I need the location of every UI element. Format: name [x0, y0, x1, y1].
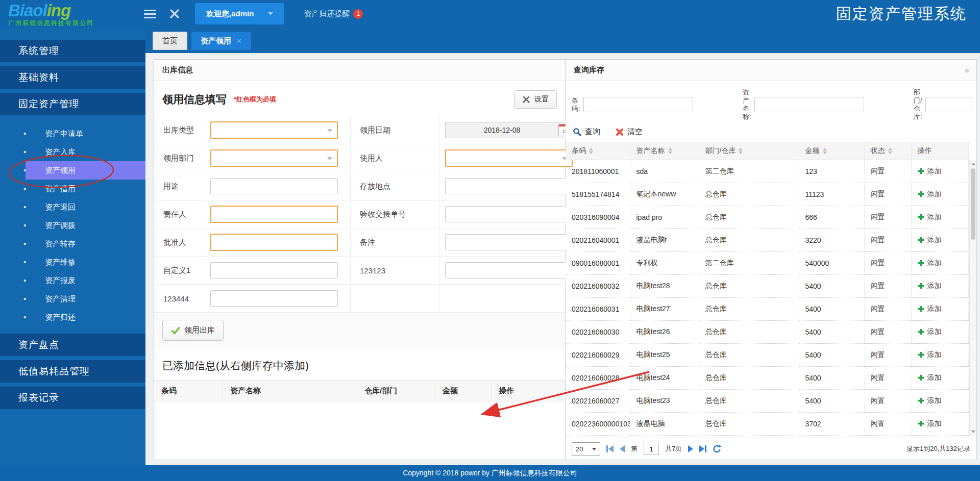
- page-number-input[interactable]: [644, 443, 659, 455]
- cell-amount: 5400: [799, 274, 864, 297]
- label-approver: 批准人: [154, 229, 205, 257]
- plus-icon: [918, 397, 924, 404]
- welcome-user-button[interactable]: 欢迎您,admin: [195, 3, 284, 24]
- table-scrollbar[interactable]: [969, 160, 976, 436]
- purpose-input[interactable]: [210, 178, 338, 194]
- requisition-dept-select[interactable]: [210, 149, 338, 167]
- scroll-down-icon[interactable]: [970, 428, 976, 436]
- cell-dept-warehouse: 总仓库: [699, 206, 799, 229]
- approver-input[interactable]: [210, 234, 338, 251]
- col-amount[interactable]: 金额: [799, 142, 864, 160]
- added-info-empty-area: [154, 401, 565, 460]
- sidebar-item-asset-scrap[interactable]: 资产报废: [0, 271, 145, 290]
- inventory-row: 020216060031 电脑test27 总仓库 5400 闲置 添加: [566, 297, 969, 320]
- cell-barcode: 020316090004: [566, 206, 630, 229]
- hamburger-icon[interactable]: [144, 8, 156, 20]
- add-row-button[interactable]: 添加: [911, 274, 969, 297]
- added-col-barcode: 条码: [154, 381, 223, 401]
- page-size-select[interactable]: 20: [572, 442, 600, 455]
- responsible-person-input[interactable]: [210, 206, 338, 223]
- add-row-button[interactable]: 添加: [911, 366, 969, 389]
- clear-button[interactable]: 清空: [616, 127, 643, 137]
- requisition-date-field[interactable]: 2018-12-08 15: [445, 122, 573, 138]
- label-storage-location: 存放地点: [351, 172, 440, 200]
- sidebar-item-asset-inbound[interactable]: 资产入库: [0, 143, 145, 161]
- settings-button[interactable]: 设置: [514, 90, 557, 109]
- add-row-button[interactable]: 添加: [911, 251, 969, 274]
- scroll-up-icon[interactable]: [970, 160, 976, 167]
- add-row-button[interactable]: 添加: [911, 206, 969, 229]
- sidebar-item-asset-request[interactable]: 资产申请单: [0, 124, 145, 143]
- next-page-button[interactable]: [688, 445, 693, 452]
- cell-asset-name: 笔记本neww: [630, 183, 699, 206]
- asset-return-reminder[interactable]: 资产归还提醒 1: [304, 9, 363, 19]
- sidebar-section-inventory-check[interactable]: 资产盘点: [0, 334, 145, 356]
- plus-icon: [918, 374, 924, 381]
- add-row-button[interactable]: 添加: [911, 297, 969, 320]
- acceptance-number-input[interactable]: [445, 206, 573, 222]
- cell-barcode: 020216060029: [566, 343, 630, 366]
- inventory-panel-title: 查询库存: [574, 65, 604, 75]
- close-icon[interactable]: [169, 9, 180, 19]
- add-row-button[interactable]: 添加: [911, 343, 969, 366]
- add-row-button[interactable]: 添加: [911, 183, 969, 206]
- col-barcode[interactable]: 条码: [566, 142, 630, 160]
- sidebar-section-basic-data[interactable]: 基础资料: [0, 66, 145, 89]
- cell-status: 闲置: [864, 389, 911, 412]
- plus-icon: [918, 168, 924, 174]
- sidebar-section-system[interactable]: 系统管理: [0, 40, 145, 62]
- col-status[interactable]: 状态: [864, 142, 911, 160]
- tab-close-icon[interactable]: ✕: [236, 37, 242, 45]
- sidebar-item-asset-requisition[interactable]: 资产领用: [0, 161, 145, 180]
- search-barcode-input[interactable]: [583, 97, 693, 112]
- add-row-button[interactable]: 添加: [911, 389, 969, 412]
- first-page-button[interactable]: [606, 445, 614, 452]
- query-button[interactable]: 查询: [573, 127, 600, 137]
- remark-input[interactable]: [445, 234, 573, 250]
- inventory-row: 020216060032 电脑test28 总仓库 5400 闲置 添加: [566, 274, 969, 297]
- tab-asset-requisition[interactable]: 资产领用✕: [191, 32, 251, 50]
- sidebar-section-reports[interactable]: 报表记录: [0, 387, 145, 409]
- add-row-button[interactable]: 添加: [911, 320, 969, 343]
- custom1-input[interactable]: [210, 262, 338, 279]
- add-row-button[interactable]: 添加: [911, 229, 969, 251]
- sidebar-item-asset-repair[interactable]: 资产维修: [0, 253, 145, 271]
- reminder-count-badge: 1: [353, 9, 363, 19]
- cell-barcode: 020216060030: [566, 320, 630, 343]
- outbound-type-select[interactable]: [210, 121, 338, 139]
- sidebar-section-consumables[interactable]: 低值易耗品管理: [0, 360, 145, 383]
- sort-icon: [823, 148, 827, 154]
- tab-home[interactable]: 首页: [153, 32, 187, 50]
- sidebar-item-asset-borrow[interactable]: 资产借用: [0, 180, 145, 198]
- add-row-button[interactable]: 添加: [911, 412, 969, 435]
- sidebar-item-asset-transfer[interactable]: 资产调拨: [0, 216, 145, 235]
- add-label: 添加: [927, 167, 942, 175]
- user-select[interactable]: [445, 149, 573, 167]
- label-search-barcode: 条码:: [572, 96, 580, 113]
- sidebar-item-asset-cleanup[interactable]: 资产清理: [0, 290, 145, 308]
- collapse-icon[interactable]: »: [965, 65, 969, 75]
- custom3-input[interactable]: [210, 290, 338, 307]
- refresh-icon[interactable]: [713, 444, 722, 453]
- col-dept-warehouse[interactable]: 部门/仓库: [699, 142, 799, 160]
- storage-location-input[interactable]: [445, 178, 573, 194]
- prev-page-button[interactable]: [620, 445, 625, 452]
- sidebar-section-fixed-assets[interactable]: 固定资产管理: [0, 93, 145, 115]
- last-page-button[interactable]: [699, 445, 706, 452]
- requisition-outbound-button[interactable]: 领用出库: [162, 320, 224, 341]
- col-asset-name[interactable]: 资产名称: [630, 142, 699, 160]
- cell-barcode: 518155174814: [566, 183, 630, 206]
- search-dept-warehouse-input[interactable]: [925, 97, 971, 112]
- sidebar-item-asset-return[interactable]: 资产归还: [0, 308, 145, 326]
- cell-dept-warehouse: 总仓库: [699, 183, 799, 206]
- search-asset-name-input[interactable]: [754, 97, 864, 112]
- cell-amount: 5400: [799, 320, 864, 343]
- inventory-row: 020216060029 电脑test25 总仓库 5400 闲置 添加: [566, 343, 969, 366]
- custom2-input[interactable]: [445, 262, 573, 279]
- sidebar-item-asset-restore[interactable]: 资产转存: [0, 235, 145, 253]
- cell-asset-name: sda: [630, 160, 699, 183]
- scrollbar-thumb[interactable]: [971, 168, 975, 240]
- sort-icon: [739, 148, 743, 154]
- sidebar-item-asset-return-back[interactable]: 资产退回: [0, 198, 145, 216]
- add-row-button[interactable]: 添加: [911, 160, 969, 183]
